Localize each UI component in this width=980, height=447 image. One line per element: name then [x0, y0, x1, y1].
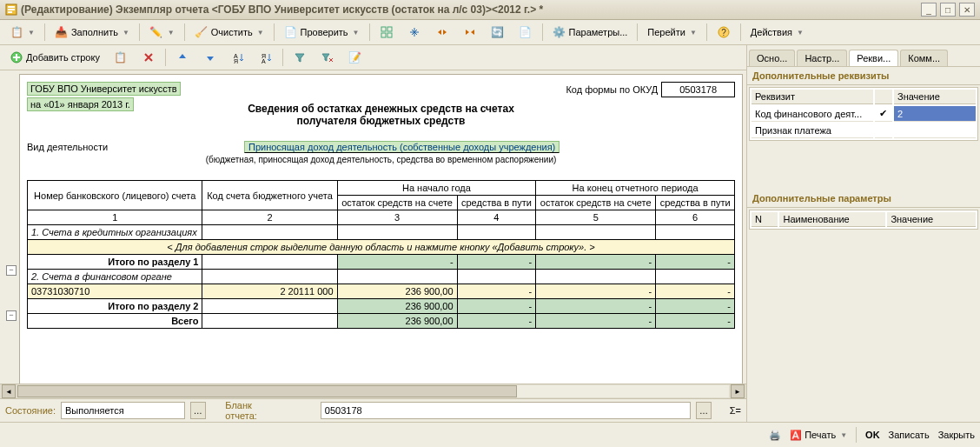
tool6-button[interactable]: 📄 — [513, 22, 539, 43]
tool1-button[interactable] — [374, 22, 400, 43]
arrow-up-icon — [175, 50, 189, 64]
blank-select-button[interactable]: … — [696, 402, 712, 419]
svg-text:A: A — [262, 58, 266, 63]
misc-icon: 📝 — [348, 50, 362, 64]
svg-text:?: ? — [721, 28, 726, 37]
add-icon — [10, 50, 23, 64]
goto-button[interactable]: Перейти▼ — [641, 22, 703, 43]
requisites-grid[interactable]: Реквизит Значение Код финансового деят..… — [749, 87, 978, 141]
tool5-button[interactable]: 🔄 — [485, 22, 511, 43]
maximize-button[interactable]: □ — [940, 3, 956, 17]
close-button[interactable]: ✕ — [959, 3, 975, 17]
tool3-button[interactable] — [429, 22, 455, 43]
check-button[interactable]: 📄Проверить▼ — [278, 22, 366, 43]
tool2-button[interactable] — [401, 22, 427, 43]
th-account: Номер банковского (лицевого) счета — [28, 181, 202, 210]
filter-button[interactable] — [287, 47, 313, 68]
th-balance2: остаток средств на счете — [536, 196, 656, 210]
svg-rect-3 — [8, 11, 12, 13]
section-1-total: Итого по разделу 1 — [28, 255, 202, 270]
fill-button[interactable]: 📥Заполнить▼ — [49, 22, 136, 43]
params-icon: ⚙️ — [553, 25, 566, 39]
grid-row[interactable]: Признак платежа — [752, 123, 976, 138]
params-grid[interactable]: N Наименование Значение — [749, 210, 978, 230]
state-value[interactable]: Выполняется — [61, 402, 185, 419]
printer-button[interactable]: 🖨️ — [769, 430, 781, 441]
add-row-button[interactable]: Добавить строку — [3, 47, 106, 68]
expand-icon — [407, 25, 421, 39]
report-table: Номер банковского (лицевого) счета Код с… — [27, 180, 735, 329]
blank-value[interactable]: 0503178 — [321, 402, 691, 419]
history-button[interactable]: 📋▼ — [3, 22, 41, 43]
activity-value[interactable]: Приносящая доход деятельность (собственн… — [244, 141, 560, 153]
grand-total: Всего — [28, 314, 202, 329]
h-scrollbar[interactable]: ◄ ► — [0, 384, 746, 398]
filter-x-icon — [321, 50, 334, 64]
org-name: ГОБУ ВПО Университет искусств — [27, 82, 181, 96]
activity-note: (бюджетная, приносящая доход деятельност… — [27, 155, 735, 164]
tab-comments[interactable]: Комм... — [900, 50, 948, 66]
th-transit: средства в пути — [457, 196, 536, 210]
clear-button[interactable]: 🧹Очистить▼ — [189, 22, 270, 43]
state-select-button[interactable]: … — [190, 402, 206, 419]
svg-rect-2 — [8, 9, 15, 10]
sort-asc-button[interactable]: AЯ — [225, 47, 251, 68]
outline-gutter: − − — [3, 74, 19, 384]
section-2-total: Итого по разделу 2 — [28, 299, 202, 314]
filter-icon — [293, 50, 307, 64]
svg-rect-4 — [381, 27, 386, 31]
print-button[interactable]: 🅰️Печать▼ — [790, 430, 847, 441]
document-area[interactable]: − − ГОБУ ВПО Университет искусств на «01… — [0, 70, 746, 384]
pencil-button[interactable]: ✏️▼ — [143, 22, 181, 43]
actions-button[interactable]: Действия▼ — [745, 22, 810, 43]
history-icon: 📋 — [10, 25, 23, 39]
misc-button[interactable]: 📝 — [342, 47, 368, 68]
check-icon: 📄 — [284, 25, 298, 39]
tool4-button[interactable] — [457, 22, 483, 43]
params-button[interactable]: ⚙️Параметры... — [546, 22, 634, 43]
titlebar: (Редактирование) Экземпляр отчета <ГОБУ … — [0, 0, 980, 20]
scroll-thumb[interactable] — [17, 385, 517, 397]
tab-settings[interactable]: Настр... — [797, 50, 847, 66]
panel-2-title: Дополнительные параметры — [747, 190, 980, 208]
scroll-left-button[interactable]: ◄ — [2, 384, 16, 398]
minimize-button[interactable]: _ — [921, 3, 937, 17]
collapse-marker[interactable]: − — [6, 265, 17, 276]
filter-clear-button[interactable] — [315, 47, 341, 68]
tab-main[interactable]: Осно... — [749, 50, 795, 66]
blank-label: Бланк отчета: — [225, 400, 279, 421]
close-button-footer[interactable]: Закрыть — [938, 430, 975, 440]
move-down-button[interactable] — [197, 47, 223, 68]
right-panel: Осно... Настр... Рекви... Комм... Дополн… — [747, 45, 980, 422]
help-icon: ? — [717, 25, 731, 39]
svg-rect-7 — [387, 33, 392, 37]
report-date: на «01» января 2013 г. — [27, 97, 134, 111]
svg-rect-1 — [8, 6, 15, 8]
sub-toolbar: Добавить строку 📋 AЯ ЯA 📝 — [0, 45, 746, 70]
fill-icon: 📥 — [55, 25, 69, 39]
save-button[interactable]: Записать — [889, 430, 930, 440]
window-title: (Редактирование) Экземпляр отчета <ГОБУ … — [21, 3, 921, 16]
delete-icon — [142, 50, 156, 64]
tab-requisites[interactable]: Рекви... — [849, 50, 898, 66]
copy-row-button[interactable]: 📋 — [108, 47, 134, 68]
svg-text:Я: Я — [234, 58, 238, 63]
help-button[interactable]: ? — [711, 22, 737, 43]
refresh-icon: 🔄 — [491, 25, 505, 39]
svg-rect-5 — [387, 27, 392, 31]
collapse-marker[interactable]: − — [6, 310, 17, 321]
report-title-2: получателя бюджетных средств — [27, 115, 735, 127]
grid-row-selected[interactable]: Код финансового деят... ✔ 2 — [752, 106, 976, 122]
font-icon: 🅰️ — [790, 430, 802, 441]
sort-desc-button[interactable]: ЯA — [253, 47, 279, 68]
status-row: Состояние: Выполняется … Бланк отчета: 0… — [0, 398, 746, 422]
ok-button[interactable]: OK — [865, 430, 880, 440]
move-up-button[interactable] — [169, 47, 195, 68]
add-row-hint[interactable]: < Для добавления строк выделите данную о… — [28, 240, 735, 255]
okud-label: Код формы по ОКУД — [566, 84, 658, 95]
delete-row-button[interactable] — [136, 47, 162, 68]
scroll-right-button[interactable]: ► — [731, 384, 745, 398]
okud-code: 0503178 — [661, 82, 735, 97]
data-row[interactable]: 03731030710 2 20111 000 236 900,00 --- — [28, 284, 735, 299]
th-yend: На конец отчетного периода — [536, 181, 735, 196]
